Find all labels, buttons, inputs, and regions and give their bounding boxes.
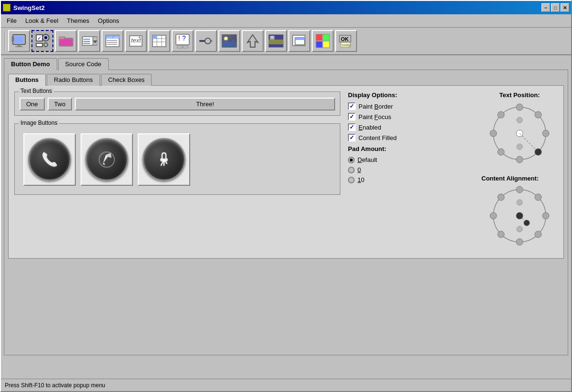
- text-position-title: Text Position:: [481, 91, 558, 99]
- svg-point-80: [517, 117, 522, 123]
- toolbar-btn-3[interactable]: [55, 30, 77, 52]
- cb-paint-focus[interactable]: [348, 113, 356, 121]
- img-btn-pen[interactable]: [81, 133, 133, 186]
- svg-rect-33: [153, 35, 157, 39]
- menu-file[interactable]: File: [3, 16, 20, 25]
- btn-one[interactable]: One: [20, 98, 45, 111]
- status-text: Press Shift-F10 to activate popup menu: [5, 382, 105, 389]
- title-bar-left: SwingSet2: [3, 4, 45, 11]
- checkbox-paint-focus: Paint Focus: [348, 113, 474, 121]
- svg-point-71: [535, 111, 541, 118]
- toolbar-btn-6[interactable]: text +: [125, 30, 147, 52]
- cb-paint-border-label: Paint Border: [358, 103, 393, 110]
- svg-point-90: [498, 194, 504, 201]
- cb-content-filled[interactable]: [348, 134, 356, 141]
- svg-point-89: [490, 212, 497, 219]
- tab-check-boxes[interactable]: Check Boxes: [101, 74, 152, 86]
- close-button[interactable]: ✕: [561, 3, 569, 12]
- tab-radio-buttons[interactable]: Radio Buttons: [47, 74, 100, 86]
- checkbox-enabled: Enabled: [348, 123, 474, 131]
- tab-source-code[interactable]: Source Code: [58, 58, 109, 70]
- minimize-button[interactable]: –: [541, 3, 550, 12]
- checkbox-paint-border: Paint Border: [348, 102, 474, 110]
- svg-point-83: [516, 186, 523, 193]
- toolbar-btn-4[interactable]: [78, 30, 100, 52]
- svg-rect-2: [17, 44, 21, 46]
- svg-point-9: [44, 36, 47, 39]
- toolbar-btn-10[interactable]: [218, 30, 240, 52]
- svg-rect-12: [59, 37, 64, 39]
- tab-button-demo[interactable]: Button Demo: [4, 58, 57, 70]
- btn-three[interactable]: Three!: [75, 98, 335, 111]
- svg-point-74: [516, 156, 523, 163]
- cb-paint-border[interactable]: [348, 102, 356, 110]
- image-buttons-title: Image Buttons: [19, 120, 59, 126]
- toolbar-btn-1[interactable]: [8, 30, 30, 52]
- svg-rect-3: [15, 46, 23, 47]
- radio-default-btn[interactable]: [348, 157, 355, 163]
- text-buttons-group: Text Buttons One Two Three!: [14, 91, 340, 116]
- toolbar-btn-2[interactable]: ✓: [31, 30, 53, 52]
- svg-text:OK: OK: [341, 36, 349, 42]
- peace-circle-btn: [143, 138, 185, 181]
- maximize-button[interactable]: □: [551, 3, 560, 12]
- svg-text:+: +: [138, 35, 141, 40]
- svg-rect-56: [316, 34, 322, 40]
- svg-rect-37: [177, 46, 182, 48]
- toolbar-btn-8[interactable]: ! ?: [172, 30, 194, 52]
- svg-point-94: [517, 200, 522, 205]
- radio-zero: 0: [348, 166, 474, 173]
- cb-enabled[interactable]: [348, 123, 356, 131]
- svg-rect-22: [107, 42, 117, 43]
- app-title: SwingSet2: [13, 4, 45, 11]
- toolbar-btn-9[interactable]: [195, 30, 217, 52]
- img-btn-peace[interactable]: [138, 133, 190, 186]
- img-btn-phone[interactable]: [23, 133, 76, 186]
- radio-ten-btn[interactable]: [348, 177, 355, 183]
- svg-text:?: ?: [182, 34, 186, 42]
- toolbar-btn-14[interactable]: [312, 30, 334, 52]
- svg-rect-50: [269, 44, 283, 47]
- tab-buttons[interactable]: Buttons: [8, 74, 46, 86]
- content-align-circle-container: [481, 185, 558, 247]
- toolbar-btn-13[interactable]: [288, 30, 310, 52]
- radio-default-label: Default: [358, 156, 377, 163]
- content-align-title: Content Alignment:: [481, 175, 558, 182]
- cb-enabled-label: Enabled: [358, 124, 381, 131]
- radio-zero-btn[interactable]: [348, 167, 355, 173]
- svg-point-70: [516, 104, 523, 111]
- svg-rect-55: [295, 38, 305, 40]
- svg-point-81: [517, 144, 522, 150]
- toolbar-btn-5[interactable]: col1 col2 col3: [102, 30, 123, 52]
- toolbar-btn-7[interactable]: [148, 30, 170, 52]
- svg-point-76: [490, 130, 497, 137]
- svg-rect-23: [107, 44, 117, 45]
- svg-point-86: [535, 231, 541, 238]
- svg-rect-17: [83, 41, 90, 42]
- right-top: Display Options: Paint Border Paint Focu…: [348, 91, 558, 252]
- svg-rect-58: [316, 41, 322, 48]
- content-area: Button Demo Source Code Buttons Radio Bu…: [1, 55, 571, 379]
- menu-look-feel[interactable]: Look & Feel: [21, 16, 62, 25]
- svg-text:tooltip: tooltip: [342, 43, 351, 47]
- text-position-svg: [489, 102, 551, 164]
- toolbar-btn-15[interactable]: OK tooltip: [335, 30, 357, 52]
- btn-two[interactable]: Two: [48, 98, 72, 111]
- svg-point-95: [517, 226, 522, 232]
- app-window: SwingSet2 – □ ✕ File Look & Feel Themes …: [0, 0, 572, 392]
- svg-rect-18: [83, 43, 90, 44]
- menu-themes[interactable]: Themes: [63, 16, 93, 25]
- menu-options[interactable]: Options: [94, 16, 123, 25]
- title-bar: SwingSet2 – □ ✕: [1, 1, 571, 14]
- svg-point-67: [99, 152, 114, 167]
- svg-rect-10: [36, 43, 42, 47]
- svg-point-75: [498, 149, 504, 155]
- text-buttons-title: Text Buttons: [19, 88, 54, 94]
- svg-text:!: !: [178, 34, 180, 42]
- toolbar-separator-0: [5, 31, 6, 50]
- toolbar-btn-11[interactable]: [242, 30, 264, 52]
- pad-amount-title: Pad Amount:: [348, 145, 474, 152]
- svg-rect-5: [11, 38, 12, 40]
- radio-ten-label: 10: [358, 176, 364, 183]
- toolbar-btn-12[interactable]: [265, 30, 287, 52]
